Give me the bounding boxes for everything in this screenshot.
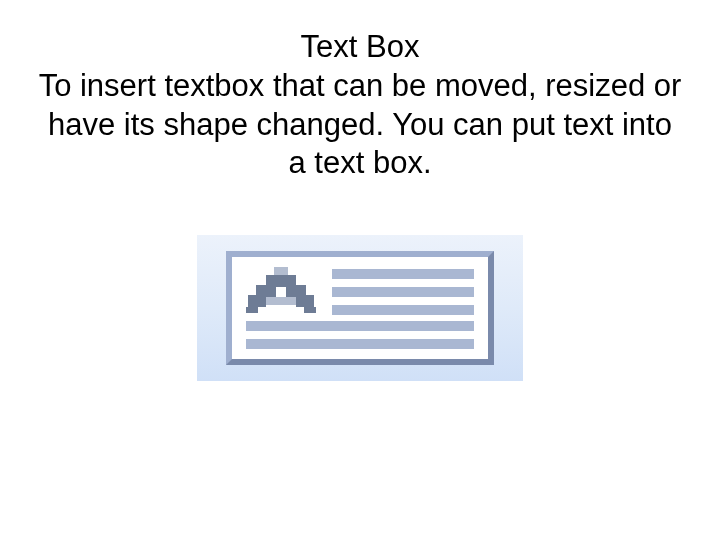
text-line (332, 305, 474, 315)
slide-content: Text Box To insert textbox that can be m… (0, 0, 720, 381)
description: To insert textbox that can be moved, res… (0, 67, 720, 183)
title: Text Box (0, 28, 720, 67)
text-lines (332, 267, 474, 315)
text-line (246, 339, 474, 349)
text-line (332, 287, 474, 297)
textbox-icon (226, 251, 494, 365)
letter-a-icon (246, 267, 318, 315)
textbox-icon-container (197, 235, 523, 381)
text-line (246, 321, 474, 331)
text-line (332, 269, 474, 279)
